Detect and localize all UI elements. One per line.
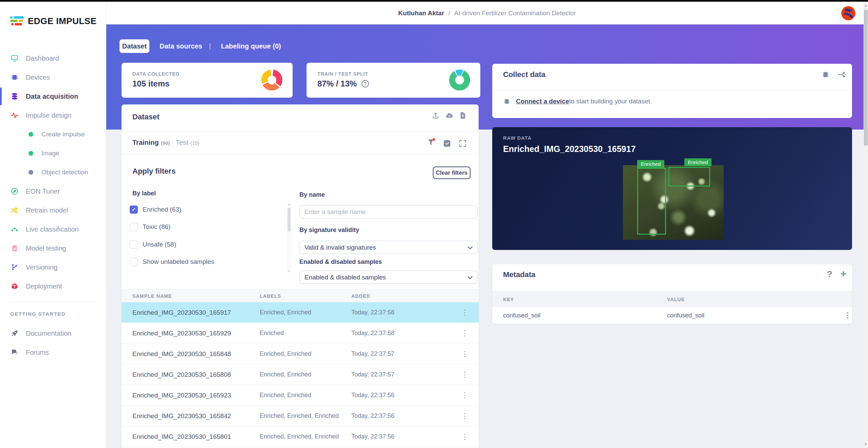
apply-filters-title: Apply filters: [132, 167, 176, 176]
expand-icon[interactable]: [459, 139, 467, 148]
filter-list-scrollbar[interactable]: ▲ ▼: [287, 202, 291, 274]
sidebar-item-eon-tuner[interactable]: EON Tuner: [0, 182, 106, 201]
table-row[interactable]: Enriched_IMG_20230530_165929 Enriched To…: [122, 323, 479, 344]
breadcrumb-project[interactable]: AI-driven Fertilizer Contamination Detec…: [454, 9, 576, 17]
row-menu-icon[interactable]: ⋮: [460, 344, 470, 364]
sidebar-item-dashboard[interactable]: Dashboard: [0, 49, 106, 68]
row-menu-icon[interactable]: ⋮: [460, 406, 470, 426]
scroll-down-icon[interactable]: ▼: [287, 270, 291, 273]
waveform-icon: [11, 111, 19, 119]
table-row[interactable]: Enriched_IMG_20230530_165842 Enriched, E…: [122, 406, 479, 426]
sidebar-item-impulse-design[interactable]: Impulse design: [0, 106, 106, 125]
table-row[interactable]: Enriched_IMG_20230530_165848 Enriched, E…: [122, 344, 479, 364]
breadcrumb-user[interactable]: Kutluhan Aktar: [398, 9, 444, 17]
shuffle-icon: [11, 206, 19, 214]
add-metadata-icon[interactable]: +: [841, 268, 847, 279]
sidebar-item-image[interactable]: Image: [0, 144, 106, 163]
sidebar-item-data-acquisition[interactable]: Data acquisition: [0, 87, 106, 106]
checkbox-checked-icon[interactable]: ✓: [130, 206, 138, 214]
metadata-row[interactable]: confused_soil confused_soil ⋮: [492, 307, 852, 324]
sidebar-item-devices[interactable]: Devices: [0, 68, 106, 87]
row-menu-icon[interactable]: ⋮: [460, 302, 470, 323]
dataset-card: Dataset Training(90) Test(15) Apply: [122, 104, 479, 448]
chevron-down-icon: [468, 274, 473, 279]
column-sample-name[interactable]: SAMPLE NAME: [132, 290, 172, 302]
scroll-up-icon[interactable]: ▲: [287, 203, 291, 206]
row-menu-icon[interactable]: ⋮: [460, 385, 470, 406]
edge-impulse-logo[interactable]: EDGE IMPULSE: [10, 15, 96, 27]
connector-icon[interactable]: [838, 71, 847, 79]
tab-dataset[interactable]: Dataset: [119, 39, 149, 53]
table-header: SAMPLE NAME LABELS ADDED: [122, 289, 479, 302]
clear-filters-button[interactable]: Clear filters: [433, 167, 470, 179]
checkbox-row-enriched[interactable]: ✓ Enriched (63): [130, 204, 181, 215]
checkbox-icon[interactable]: [130, 258, 138, 266]
page: EDGE IMPULSE Dashboard Devices Data acqu…: [0, 0, 868, 448]
enabled-samples-select[interactable]: Enabled & disabled samples: [299, 271, 478, 284]
scroll-up-icon[interactable]: ▲: [864, 4, 868, 7]
row-menu-icon[interactable]: ⋮: [460, 426, 470, 447]
checkbox-icon[interactable]: [130, 240, 138, 249]
tab-training[interactable]: Training(90): [132, 139, 170, 147]
sidebar-secondary-nav: Documentation Forums: [0, 324, 106, 362]
device-chip-icon[interactable]: [821, 71, 830, 79]
scroll-down-icon[interactable]: ▼: [864, 443, 868, 446]
sidebar-item-documentation[interactable]: Documentation: [0, 324, 106, 343]
tab-data-sources[interactable]: Data sources: [160, 39, 202, 53]
dataset-card-title: Dataset: [132, 113, 159, 121]
breadcrumb: Kutluhan Aktar / AI-driven Fertilizer Co…: [106, 2, 868, 24]
compass-icon: [11, 187, 19, 195]
table-row[interactable]: Enriched_IMG_20230530_165923 Enriched, E…: [122, 385, 479, 406]
bounding-box[interactable]: [637, 168, 666, 235]
row-menu-icon[interactable]: ⋮: [460, 364, 470, 385]
filter-icon[interactable]: [427, 138, 436, 148]
file-download-icon[interactable]: [459, 112, 466, 119]
avatar[interactable]: [841, 6, 855, 20]
brand-name: EDGE IMPULSE: [28, 16, 96, 26]
help-icon[interactable]: ?: [827, 269, 832, 279]
column-labels[interactable]: LABELS: [260, 290, 281, 302]
scrollbar-thumb[interactable]: [864, 10, 868, 145]
by-signature-heading: By signature validity: [299, 227, 359, 234]
sidebar-item-retrain-model[interactable]: Retrain model: [0, 201, 106, 220]
scrollbar-thumb[interactable]: [288, 208, 291, 232]
chat-icon: [11, 348, 19, 356]
upload-icon[interactable]: [432, 112, 440, 119]
edge-impulse-logo-icon: [10, 16, 24, 26]
sidebar-item-live-classification[interactable]: Live classification: [0, 220, 106, 239]
connect-device-link[interactable]: Connect a device: [516, 98, 569, 105]
row-menu-icon[interactable]: ⋮: [844, 307, 851, 324]
train-test-split-label: TRAIN / TEST SPLIT: [317, 71, 368, 77]
cube-icon: [11, 282, 19, 290]
sidebar-item-object-detection[interactable]: Object detection: [0, 163, 106, 182]
bounding-box-label: Enriched: [684, 158, 712, 166]
row-menu-icon[interactable]: ⋮: [460, 323, 470, 344]
sidebar-item-model-testing[interactable]: Model testing: [0, 239, 106, 258]
database-icon: [11, 92, 19, 100]
top-black-bar: [0, 0, 868, 2]
tab-labeling-queue[interactable]: Labeling queue (0): [221, 39, 281, 53]
page-scrollbar[interactable]: ▲ ▼: [864, 2, 868, 448]
signature-validity-select[interactable]: Valid & invalid signatures: [299, 241, 478, 254]
table-row[interactable]: Enriched_IMG_20230530_165808 Enriched, E…: [122, 364, 479, 385]
checkbox-row-toxic[interactable]: Toxic (86): [130, 222, 170, 232]
bounding-box[interactable]: [668, 167, 710, 187]
checkbox-icon[interactable]: [130, 223, 138, 231]
select-samples-icon[interactable]: [443, 139, 451, 148]
sidebar-item-create-impulse[interactable]: Create impulse: [0, 125, 106, 144]
checkbox-row-unsafe[interactable]: Unsafe (58): [130, 239, 176, 250]
sample-name-input[interactable]: [299, 205, 478, 218]
tab-test[interactable]: Test(15): [176, 139, 199, 147]
sidebar-item-versioning[interactable]: Versioning: [0, 258, 106, 277]
checkbox-row-show-unlabeled[interactable]: Show unlabeled samples: [130, 257, 214, 267]
column-added[interactable]: ADDED: [351, 290, 370, 302]
table-row[interactable]: Enriched_IMG_20230530_165801 Enriched, E…: [122, 426, 479, 447]
help-icon[interactable]: ?: [362, 80, 369, 87]
sidebar-item-forums[interactable]: Forums: [0, 343, 106, 362]
data-collected-donut-chart: [261, 70, 282, 91]
cloud-upload-icon[interactable]: [445, 112, 453, 120]
bounding-box-label: Enriched: [637, 160, 664, 168]
sidebar-item-deployment[interactable]: Deployment: [0, 277, 106, 296]
table-row[interactable]: Enriched_IMG_20230530_165917 Enriched, E…: [122, 302, 479, 323]
sample-image[interactable]: [623, 165, 724, 240]
